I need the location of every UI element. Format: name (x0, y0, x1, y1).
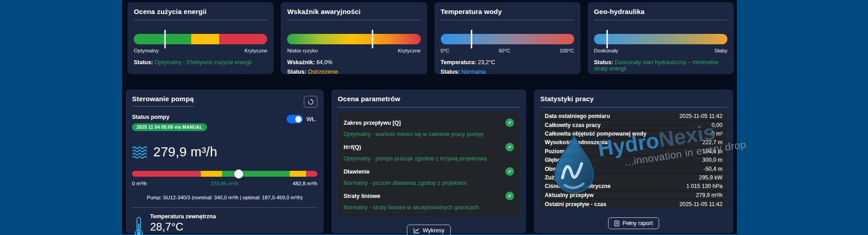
card-statistics: Statystyki pracy Data ostatniego pomiaru… (534, 89, 733, 233)
geo-label-left: Doskonały (594, 48, 618, 53)
energy-gauge (134, 34, 267, 44)
gauge-row: Ocena zużycia energii Optymalny Krytyczn… (127, 2, 734, 74)
water-temp-tick-0: 0°C (441, 48, 449, 53)
param-item: Zakres przepływu [Q] ✓ (344, 118, 514, 127)
param-name: Zakres przepływu [Q] (344, 120, 401, 126)
param-desc: Optymalny - wartość mieści się w zakresi… (344, 131, 514, 137)
weather-block: Temperatura zewnętrzna 28,7°C Broken clo… (132, 213, 317, 235)
geo-status-text: Doskonały stan hydrauliczny – minimalne … (594, 59, 718, 72)
pump-power-toggle[interactable] (287, 115, 303, 123)
check-circle-icon: ✓ (505, 167, 514, 176)
failure-label-left: Niskie ryzyko (287, 48, 318, 53)
table-row: Data ostatniego pomiaru2025-11-05 11:42 (540, 112, 727, 121)
full-report-button[interactable]: Pełny raport (608, 217, 659, 229)
line-chart-icon (413, 228, 420, 234)
check-circle-icon: ✓ (505, 192, 514, 200)
failure-status-text: Ostrzeżenie (308, 69, 338, 75)
document-icon (614, 221, 619, 226)
energy-status: Status: Optymalny - Efektywne zużycie en… (134, 59, 267, 66)
failure-gauge-bar (287, 34, 420, 44)
bottom-row: Sterowanie pompą Status pompy 2025 11 04… (126, 89, 733, 233)
param-item: Straty liniowe ✓ (344, 192, 514, 200)
water-temp-status-text: Normalna (461, 69, 486, 75)
water-temp-gauge (441, 34, 574, 44)
geo-gauge-bar (594, 34, 727, 44)
outside-temp-value: 28,7°C (150, 221, 240, 233)
table-row: Ciśnienie barometryczne1 015 130 hPa (540, 182, 727, 191)
refresh-icon (307, 99, 314, 105)
failure-gauge-marker (372, 30, 373, 48)
param-item: Dławienie ✓ (344, 167, 514, 176)
parameters-panel: Zakres przepływu [Q] ✓ Optymalny - warto… (338, 112, 520, 216)
geo-card-title: Geo-hydraulika (594, 8, 645, 15)
failure-indicator-value: Wskaźnik: 64,0% (287, 59, 420, 66)
table-row: Aktualny przepływ279,9 m³/h (540, 191, 727, 200)
water-temp-card-title: Temperatura wody (441, 8, 502, 15)
flow-max-label: 482,8 m³/h (292, 181, 317, 186)
check-circle-icon: ✓ (505, 143, 514, 151)
parameters-card-title: Ocena parametrów (338, 95, 400, 103)
failure-label-right: Krytyczne (398, 48, 421, 53)
table-row: Ostatni przepływ - czas2025-11-05 11:42 (540, 200, 727, 208)
card-energy-usage: Ocena zużycia energii Optymalny Krytyczn… (127, 2, 274, 74)
energy-gauge-bar (134, 34, 267, 44)
pump-spec-info: Pump: SU12-340/3 (nominal: 340,0 m³/h | … (132, 195, 317, 200)
param-desc: Normalny - poziom dławienia zgodny z pro… (344, 180, 514, 186)
pump-divider (132, 207, 317, 208)
water-temp-value: Temperatura: 23,2°C (441, 59, 574, 66)
outside-temp-label: Temperatura zewnętrzna (150, 213, 240, 220)
dashboard-container: Ocena zużycia energii Optymalny Krytyczn… (122, 0, 737, 234)
energy-gauge-marker (165, 30, 166, 48)
table-row: Wysokość podnoszenia222,7 m (540, 138, 727, 147)
water-temp-gauge-marker (471, 30, 472, 48)
water-temp-tick-50: 50°C (499, 48, 510, 53)
table-row: Głębokość300,0 m (540, 156, 727, 164)
refresh-button[interactable] (304, 96, 317, 108)
geo-status: Status: Doskonały stan hydrauliczny – mi… (594, 59, 727, 72)
current-flow-value: 279,9 m³/h (153, 145, 217, 160)
energy-label-right: Krytyczne (245, 48, 268, 53)
card-water-temperature: Temperatura wody 0°C 50°C 100°C Temperat… (434, 2, 580, 74)
energy-card-title: Ocena zużycia energii (134, 8, 207, 15)
energy-label-left: Optymalny (134, 48, 159, 53)
failure-gauge (287, 34, 420, 44)
table-row: Obniżenie-50,4 m (540, 164, 727, 173)
param-name: H=f(Q) (344, 144, 361, 150)
water-temp-gauge-bar (441, 34, 574, 44)
pump-toggle-label: WŁ. (307, 116, 316, 122)
charts-button[interactable]: Wykresy (407, 225, 451, 235)
table-row: Poziom wody194,6 m (540, 147, 727, 156)
param-name: Straty liniowe (344, 193, 380, 199)
thermometer-icon (134, 216, 144, 235)
geo-gauge (594, 34, 727, 44)
water-waves-icon (132, 146, 147, 159)
pump-toggle-group: WŁ. (287, 115, 316, 123)
param-desc: Optymalny - pompa pracuje zgodnie z krzy… (344, 155, 514, 162)
table-row: Całkowity czas pracy0,00 (540, 121, 727, 129)
statistics-card-title: Statystyki pracy (540, 95, 594, 103)
card-geo-hydraulics: Geo-hydraulika Doskonały Słaby Status: D… (588, 2, 734, 74)
card-failure-indicator: Wskaźnik awaryjności Niskie ryzyko Kryty… (281, 2, 427, 74)
flow-current-label: 279,85 m³/h (132, 181, 317, 186)
param-name: Dławienie (344, 169, 370, 175)
flow-slider-track[interactable] (132, 171, 317, 177)
param-desc: Normalny - straty liniowe w akceptowalny… (344, 204, 514, 211)
pump-status-badge: 2025 11 04 05:00 via MANUAL (132, 123, 207, 131)
failure-card-title: Wskaźnik awaryjności (287, 8, 360, 15)
param-item: H=f(Q) ✓ (344, 143, 514, 151)
flow-slider-knob[interactable] (234, 169, 243, 179)
table-row: Zużycie295,9 kW (540, 174, 727, 182)
geo-gauge-marker (607, 30, 608, 48)
energy-status-text: Optymalny - Efektywne zużycie energii (155, 59, 252, 66)
toggle-knob (295, 116, 302, 122)
water-temp-tick-100: 100°C (560, 48, 574, 53)
failure-status: Status: Ostrzeżenie (287, 69, 420, 75)
water-temp-status: Status: Normalna (441, 69, 574, 75)
table-row: Całkowita objętość pompowanej wody0 m³ (540, 130, 727, 138)
check-circle-icon: ✓ (505, 118, 514, 127)
card-parameters: Ocena parametrów Zakres przepływu [Q] ✓ … (331, 89, 526, 233)
card-pump-control: Sterowanie pompą Status pompy 2025 11 04… (126, 89, 324, 233)
statistics-table: Data ostatniego pomiaru2025-11-05 11:42 … (540, 112, 727, 208)
geo-label-right: Słaby (714, 48, 727, 53)
pump-card-title: Sterowanie pompą (132, 95, 194, 107)
